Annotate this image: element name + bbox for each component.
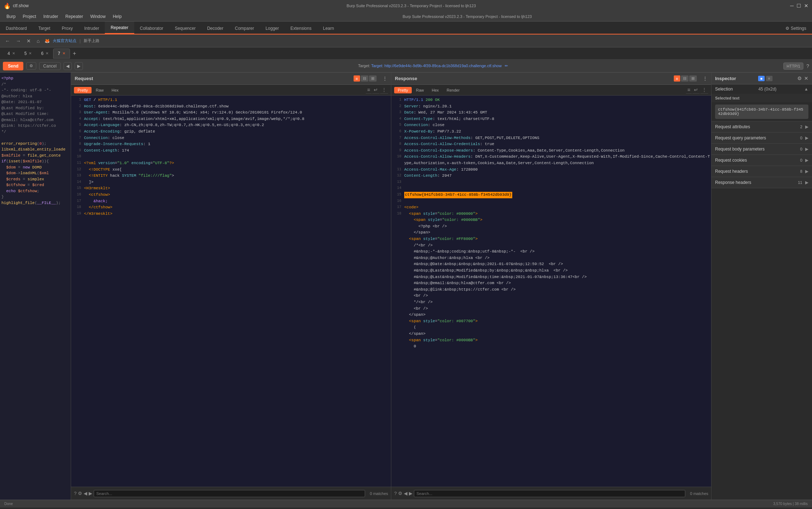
selection-chevron[interactable]: ▲ [804, 87, 808, 92]
rep-tab-7[interactable]: 7 ✕ [53, 48, 70, 59]
site2-btn[interactable]: 新手上路 [84, 38, 99, 43]
rep-tab-4-close[interactable]: ✕ [12, 51, 15, 55]
rep-tab-add[interactable]: + [70, 49, 79, 58]
rep-tab-5-close[interactable]: ✕ [29, 51, 32, 55]
resp-gear-icon[interactable]: ⚙ [398, 491, 402, 496]
resp-help-icon[interactable]: ? [394, 491, 397, 496]
menu-intruder[interactable]: Intruder [40, 13, 62, 20]
cancel-button[interactable]: Cancel [39, 62, 60, 70]
response-tab-render[interactable]: Render [443, 87, 463, 93]
insp-close-icon[interactable]: ✕ [804, 75, 808, 81]
close-tab-btn[interactable]: ✕ [24, 37, 33, 45]
menu-project[interactable]: Project [19, 13, 39, 20]
req-gear-icon[interactable]: ⚙ [78, 491, 82, 496]
next-btn[interactable]: ▶ [75, 62, 83, 70]
response-menu-icon[interactable]: ⋮ [700, 86, 708, 94]
request-code-content[interactable]: 1 GET / HTTP/1.1 2 Host: 6e9de44c-9d9b-4… [71, 96, 391, 487]
request-menu-icon[interactable]: ⋮ [380, 86, 388, 94]
send-button[interactable]: Send [3, 62, 23, 70]
tab-comparer[interactable]: Comparer [229, 22, 260, 34]
req-attrs-header[interactable]: Request attributes 2 ▶ [711, 121, 812, 132]
response-tab-pretty[interactable]: Pretty [394, 87, 412, 93]
req-body-chevron: ▶ [805, 147, 808, 152]
resp-prev-arrow[interactable]: ◀ [404, 491, 407, 496]
resp-next-arrow[interactable]: ▶ [409, 491, 412, 496]
settings-btn[interactable]: ⚙ Settings [780, 22, 812, 34]
close-icon[interactable]: ✕ [804, 3, 808, 9]
req-body-section: Request body parameters 0 ▶ [711, 144, 812, 155]
tab-logger[interactable]: Logger [260, 22, 285, 34]
response-more-icon[interactable]: ⋮ [703, 76, 708, 82]
home-btn[interactable]: ⌂ [34, 37, 42, 45]
resp-headers-header[interactable]: Response headers 11 ▶ [711, 177, 812, 188]
req-next-arrow[interactable]: ▶ [89, 491, 92, 496]
minimize-icon[interactable]: ─ [790, 3, 794, 9]
menu-help[interactable]: Help [109, 13, 125, 20]
request-view-btn-1[interactable]: ≡ [354, 75, 360, 82]
response-wrap-icon[interactable]: ↵ [692, 86, 700, 94]
request-wrap-icon[interactable]: ↵ [372, 86, 379, 94]
request-tab-hex[interactable]: Hex [108, 87, 122, 93]
resp-headers-section: Response headers 11 ▶ [711, 177, 812, 188]
tab-collaborator[interactable]: Collaborator [134, 22, 169, 34]
req-query-label: Request query parameters [715, 135, 800, 140]
tab-sequencer[interactable]: Sequencer [169, 22, 201, 34]
tab-intruder[interactable]: Intruder [79, 22, 105, 34]
menu-burp[interactable]: Burp [3, 13, 19, 20]
menu-window[interactable]: Window [87, 13, 109, 20]
back-btn[interactable]: ← [3, 37, 12, 45]
rep-tab-6[interactable]: 6 ✕ [36, 48, 53, 59]
rep-tab-4[interactable]: 4 ✕ [3, 48, 20, 59]
tab-proxy[interactable]: Proxy [56, 22, 79, 34]
req-query-chevron: ▶ [805, 135, 808, 140]
req-cookies-label: Request cookies [715, 158, 800, 163]
insp-view-btn-1[interactable]: ■ [758, 76, 765, 81]
request-search-input[interactable] [94, 490, 365, 497]
req-query-header[interactable]: Request query parameters 0 ▶ [711, 133, 812, 143]
resp-view-btn-1[interactable]: ≡ [674, 75, 680, 82]
rep-tab-7-close[interactable]: ✕ [62, 51, 65, 55]
insp-settings-icon[interactable]: ⚙ [797, 75, 802, 81]
req-body-header[interactable]: Request body parameters 0 ▶ [711, 144, 812, 154]
req-headers-label: Request headers [715, 169, 800, 174]
resp-line-9: 9 Access-Control-Expose-Headers: Content… [391, 148, 711, 154]
status-bar: Done 3,570 bytes | 38 millis [0, 500, 812, 508]
resp-line-10: 10 Access-Control-Allow-Headers: DNT,X-C… [391, 154, 711, 166]
forward-btn[interactable]: → [14, 37, 23, 45]
request-more-icon[interactable]: ⋮ [382, 76, 387, 82]
rep-tab-6-close[interactable]: ✕ [46, 51, 48, 55]
gear-icon-btn[interactable]: ⚙ [26, 62, 36, 70]
response-search-input[interactable] [414, 490, 685, 497]
maximize-icon[interactable]: ☐ [797, 3, 801, 9]
menu-repeater[interactable]: Repeater [62, 13, 87, 20]
site1-btn[interactable]: 火狐官方站点 [53, 38, 76, 43]
response-edit-icon[interactable]: ≡ [686, 86, 692, 94]
tab-decoder[interactable]: Decoder [201, 22, 229, 34]
prev-btn[interactable]: ◀ [64, 62, 72, 70]
request-tab-pretty[interactable]: Pretty [74, 87, 92, 93]
response-tab-hex[interactable]: Hex [428, 87, 443, 93]
edit-icon[interactable]: ✏ [505, 64, 508, 68]
insp-view-btn-2[interactable]: ≡ [766, 76, 773, 81]
req-cookies-header[interactable]: Request cookies 0 ▶ [711, 155, 812, 166]
request-tab-raw[interactable]: Raw [92, 87, 107, 93]
tab-dashboard[interactable]: Dashboard [0, 22, 33, 34]
response-tab-raw[interactable]: Raw [412, 87, 428, 93]
req-headers-header[interactable]: Request headers 8 ▶ [711, 166, 812, 177]
rep-tab-5[interactable]: 5 ✕ [20, 48, 37, 59]
response-panel-header: Response ≡ ⊟ ⊞ ⋮ [391, 73, 711, 85]
request-view-btn-3[interactable]: ⊞ [369, 75, 377, 82]
tab-repeater[interactable]: Repeater [105, 22, 134, 34]
tab-extensions[interactable]: Extensions [285, 22, 317, 34]
req-prev-arrow[interactable]: ◀ [84, 491, 87, 496]
request-view-btn-2[interactable]: ⊟ [361, 75, 368, 82]
resp-view-btn-2[interactable]: ⊟ [681, 75, 689, 82]
tab-learn[interactable]: Learn [317, 22, 340, 34]
req-help-icon[interactable]: ? [74, 491, 76, 496]
resp-view-btn-3[interactable]: ⊞ [689, 75, 697, 82]
help-icon[interactable]: ? [806, 63, 809, 69]
request-edit-icon[interactable]: ≡ [366, 86, 372, 94]
tab-target[interactable]: Target [33, 22, 56, 34]
response-code-content[interactable]: 1 HTTP/1.1 200 OK 2 Server: nginx/1.20.1… [391, 96, 711, 487]
http-badge[interactable]: HTTP/1 [783, 63, 803, 70]
